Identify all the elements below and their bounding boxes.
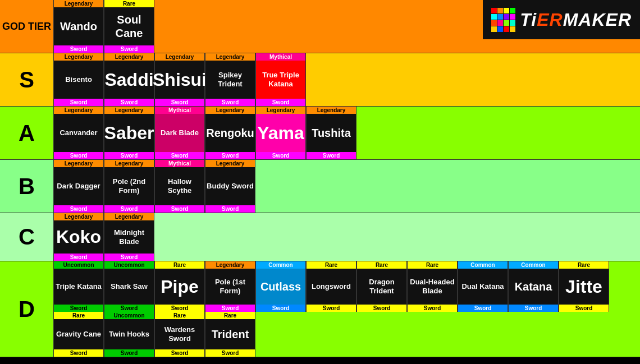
rarity-badge: Legendary (205, 53, 255, 61)
type-badge: Sword (256, 152, 305, 159)
rarity-badge: Uncommon (104, 312, 154, 319)
type-badge: Sword (104, 152, 154, 159)
list-item: Legendary Dark Dagger Sword (53, 160, 104, 213)
rarity-badge: Legendary (104, 213, 154, 220)
list-item: Rare Dual-Headed Blade Sword (407, 261, 458, 312)
type-badge: Sword (307, 305, 356, 312)
item-name: Bisento (64, 61, 93, 99)
list-item: Legendary Shisui Sword (154, 53, 205, 106)
rarity-badge: Rare (559, 261, 609, 269)
logo-grid-icon (491, 8, 515, 32)
item-name: Buddy Sword (205, 167, 255, 205)
list-item: Legendary Canvander Sword (53, 107, 104, 159)
list-item: Legendary Pole (2nd Form) Sword (104, 160, 154, 213)
item-name: Saber (103, 114, 156, 152)
list-item: Rare Jitte Sword (559, 261, 609, 312)
list-item: Legendary Midnight Blade Sword (104, 213, 154, 261)
type-badge: Sword (307, 152, 356, 159)
type-badge: Sword (559, 305, 609, 312)
item-name: Cutlass (259, 269, 302, 305)
type-badge: Sword (256, 305, 305, 312)
logo-area: TiERMAKER (483, 0, 640, 39)
rarity-badge: Mythical (155, 160, 204, 167)
item-name: Koko (55, 220, 102, 254)
rarity-badge: Rare (155, 261, 204, 269)
item-name: Gravity Cane (55, 319, 102, 349)
tiermaker-logo-text: TiERMAKER (520, 10, 632, 30)
item-name: Hallow Scythe (155, 167, 204, 205)
rarity-badge: Legendary (205, 160, 255, 167)
list-item: Rare Gravity Cane Sword (53, 312, 104, 357)
list-item: Common Cutlass Sword (255, 261, 306, 312)
type-badge: Sword (104, 99, 154, 106)
list-item: Mythical Hallow Scythe Sword (154, 160, 205, 213)
type-badge: Sword (205, 349, 255, 357)
item-name: Katana (514, 269, 554, 305)
rarity-badge: Legendary (205, 107, 255, 114)
list-item: Legendary Wando Sword (53, 0, 104, 53)
type-badge: Sword (509, 305, 558, 312)
item-name: Yama (256, 114, 305, 152)
rarity-badge: Rare (307, 261, 356, 269)
item-name: Dual-Headed Blade (408, 269, 457, 305)
d-tier-items: Uncommon Triple Katana Sword Uncommon Sh… (53, 261, 640, 357)
list-item: Legendary Saber Sword (104, 107, 154, 159)
type-badge: Sword (205, 99, 255, 106)
rarity-badge: Rare (155, 312, 204, 319)
type-badge: Sword (104, 349, 154, 357)
item-name: Dark Dagger (56, 167, 101, 205)
s-tier-row: S Legendary Bisento Sword Legendary Sadd… (0, 53, 640, 107)
c-tier-label: C (0, 213, 53, 261)
type-badge: Sword (104, 305, 154, 312)
d-tier-row: D Uncommon Triple Katana Sword Uncommon … (0, 261, 640, 357)
item-name: Triple Katana (54, 269, 103, 305)
rarity-badge: Mythical (256, 53, 305, 61)
list-item: Mythical True Triple Katana Sword (255, 53, 306, 106)
rarity-badge: Rare (104, 0, 154, 7)
god-tier-label: GOD TIER (0, 0, 53, 53)
list-item: Mythical Dark Blade Sword (154, 107, 205, 159)
type-badge: Sword (458, 305, 508, 312)
list-item: Uncommon Triple Katana Sword (53, 261, 104, 312)
rarity-badge: Legendary (307, 107, 356, 114)
item-name: Rengoku (205, 114, 255, 152)
a-tier-label: A (0, 107, 53, 159)
type-badge: Sword (104, 254, 154, 261)
list-item: Legendary Yama Sword (255, 107, 306, 159)
list-item: Legendary Saddi Sword (104, 53, 154, 106)
type-badge: Sword (155, 152, 204, 159)
type-badge: Sword (357, 305, 406, 312)
rarity-badge: Legendary (104, 160, 154, 167)
b-tier-row: B Legendary Dark Dagger Sword Legendary … (0, 160, 640, 213)
list-item: Legendary Buddy Sword Sword (205, 160, 255, 213)
list-item: Legendary Rengoku Sword (205, 107, 255, 159)
list-item: Rare Trident Sword (205, 312, 255, 357)
list-item: Rare Wardens Sword Sword (154, 312, 205, 357)
rarity-badge: Common (256, 261, 305, 269)
type-badge: Sword (54, 45, 103, 53)
rarity-badge: Rare (205, 312, 255, 319)
rarity-badge: Common (458, 261, 508, 269)
rarity-badge: Legendary (104, 53, 154, 61)
b-tier-items: Legendary Dark Dagger Sword Legendary Po… (53, 160, 640, 213)
s-tier-items: Legendary Bisento Sword Legendary Saddi … (53, 53, 640, 106)
list-item: Legendary Spikey Trident Sword (205, 53, 255, 106)
type-badge: Sword (205, 205, 255, 213)
type-badge: Sword (54, 254, 103, 261)
d-tier-label: D (0, 261, 53, 357)
item-name: Pole (1st Form) (205, 269, 255, 305)
item-name: Dragon Trident (357, 269, 406, 305)
rarity-badge: Legendary (256, 107, 305, 114)
type-badge: Sword (205, 152, 255, 159)
list-item: Uncommon Shark Saw Sword (104, 261, 154, 312)
item-name: Wardens Sword (155, 319, 204, 349)
rarity-badge: Legendary (54, 160, 103, 167)
rarity-badge: Rare (357, 261, 406, 269)
rarity-badge: Legendary (54, 213, 103, 220)
item-name: Saddi (103, 61, 154, 99)
item-name: Midnight Blade (104, 220, 154, 254)
item-name: Spikey Trident (205, 61, 255, 99)
rarity-badge: Uncommon (54, 261, 103, 269)
list-item: Legendary Tushita Sword (306, 107, 356, 159)
type-badge: Sword (205, 305, 255, 312)
